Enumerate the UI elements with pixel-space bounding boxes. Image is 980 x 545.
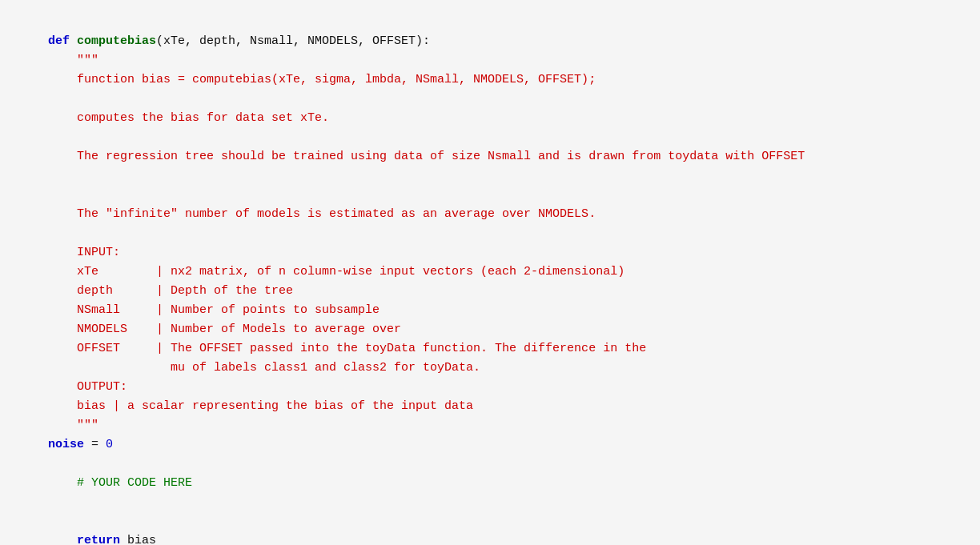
your-code-comment: # YOUR CODE HERE xyxy=(48,476,192,490)
docstring-line4: The "infinite" number of models is estim… xyxy=(48,207,596,221)
docstring-open: """ xyxy=(48,54,98,67)
docstring-depth: depth | Depth of the tree xyxy=(48,284,293,298)
docstring-input: INPUT: xyxy=(48,246,120,259)
docstring-close: """ xyxy=(48,419,98,432)
docstring-offset2: mu of labels class1 and class2 for toyDa… xyxy=(48,361,480,375)
zero-value: 0 xyxy=(106,438,113,451)
function-name: computebias xyxy=(77,34,156,48)
docstring-output: OUTPUT: xyxy=(48,380,127,394)
docstring-line3: The regression tree should be trained us… xyxy=(48,150,805,163)
code-container: def computebias(xTe, depth, Nsmall, NMOD… xyxy=(0,0,980,545)
code-block: def computebias(xTe, depth, Nsmall, NMOD… xyxy=(19,13,961,545)
return-value: bias xyxy=(120,534,156,545)
docstring-line2: computes the bias for data set xTe. xyxy=(48,111,329,125)
docstring-xte: xTe | nx2 matrix, of n column-wise input… xyxy=(48,265,625,279)
docstring-nmodels: NMODELS | Number of Models to average ov… xyxy=(48,323,401,336)
function-params: (xTe, depth, Nsmall, NMODELS, OFFSET): xyxy=(156,34,430,48)
def-keyword: def xyxy=(48,34,77,48)
docstring-offset1: OFFSET | The OFFSET passed into the toyD… xyxy=(48,342,646,355)
docstring-line1: function bias = computebias(xTe, sigma, … xyxy=(48,73,596,86)
return-keyword: return xyxy=(48,534,120,545)
noise-assign: = xyxy=(84,438,106,451)
docstring-nsmall: NSmall | Number of points to subsample xyxy=(48,303,380,317)
docstring-bias: bias | a scalar representing the bias of… xyxy=(48,399,473,413)
noise-keyword: noise xyxy=(48,438,84,451)
